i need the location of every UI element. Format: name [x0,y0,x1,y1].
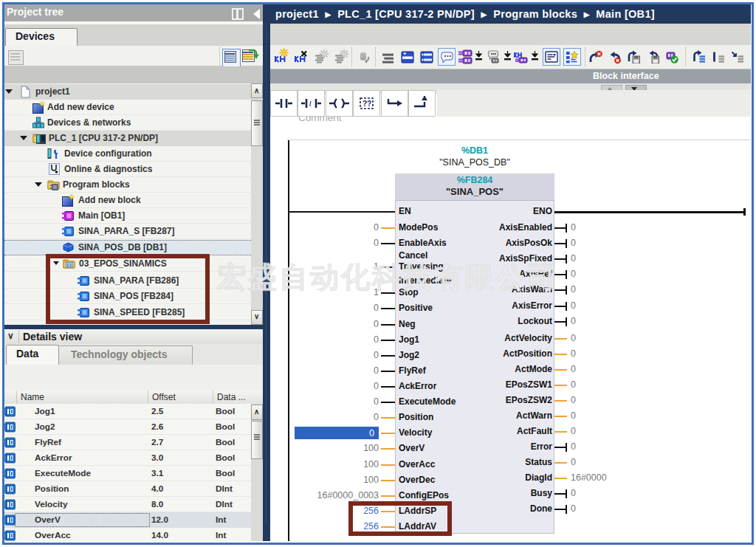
svg-text:??: ?? [362,100,371,108]
